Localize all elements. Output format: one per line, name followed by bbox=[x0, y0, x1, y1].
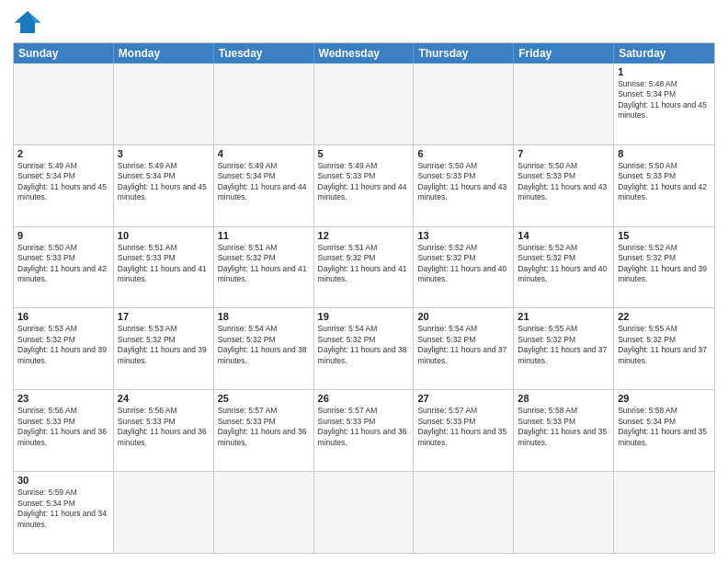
cell-info: Sunrise: 5:54 AM Sunset: 5:32 PM Dayligh… bbox=[318, 324, 410, 366]
logo-icon bbox=[13, 9, 42, 35]
cell-info: Sunrise: 5:52 AM Sunset: 5:32 PM Dayligh… bbox=[618, 243, 711, 285]
calendar-row-5: 30Sunrise: 5:59 AM Sunset: 5:34 PM Dayli… bbox=[14, 471, 714, 553]
day-cell-26: 26Sunrise: 5:57 AM Sunset: 5:33 PM Dayli… bbox=[314, 390, 415, 471]
cell-info: Sunrise: 5:55 AM Sunset: 5:32 PM Dayligh… bbox=[518, 324, 609, 366]
cell-info: Sunrise: 5:58 AM Sunset: 5:33 PM Dayligh… bbox=[518, 406, 609, 448]
day-number: 9 bbox=[17, 230, 109, 241]
cell-info: Sunrise: 5:52 AM Sunset: 5:32 PM Dayligh… bbox=[417, 243, 509, 285]
day-cell-25: 25Sunrise: 5:57 AM Sunset: 5:33 PM Dayli… bbox=[214, 390, 314, 471]
day-cell-29: 29Sunrise: 5:58 AM Sunset: 5:34 PM Dayli… bbox=[614, 390, 714, 471]
day-number: 25 bbox=[218, 393, 310, 404]
empty-cell bbox=[414, 63, 514, 144]
header-day-tuesday: Tuesday bbox=[214, 43, 314, 63]
calendar-body: 1Sunrise: 5:48 AM Sunset: 5:34 PM Daylig… bbox=[14, 63, 714, 553]
day-number: 14 bbox=[518, 230, 609, 241]
day-number: 21 bbox=[518, 311, 609, 322]
cell-info: Sunrise: 5:57 AM Sunset: 5:33 PM Dayligh… bbox=[417, 406, 509, 448]
day-number: 23 bbox=[17, 393, 109, 404]
day-number: 10 bbox=[118, 230, 210, 241]
cell-info: Sunrise: 5:57 AM Sunset: 5:33 PM Dayligh… bbox=[218, 406, 310, 448]
cell-info: Sunrise: 5:50 AM Sunset: 5:33 PM Dayligh… bbox=[518, 161, 609, 203]
day-number: 28 bbox=[518, 393, 609, 404]
calendar-row-3: 16Sunrise: 5:53 AM Sunset: 5:32 PM Dayli… bbox=[14, 307, 714, 389]
day-number: 3 bbox=[118, 148, 210, 159]
day-cell-5: 5Sunrise: 5:49 AM Sunset: 5:33 PM Daylig… bbox=[314, 145, 415, 226]
day-cell-27: 27Sunrise: 5:57 AM Sunset: 5:33 PM Dayli… bbox=[414, 390, 514, 471]
cell-info: Sunrise: 5:49 AM Sunset: 5:34 PM Dayligh… bbox=[17, 161, 109, 203]
cell-info: Sunrise: 5:51 AM Sunset: 5:32 PM Dayligh… bbox=[218, 243, 310, 285]
day-cell-18: 18Sunrise: 5:54 AM Sunset: 5:32 PM Dayli… bbox=[214, 308, 314, 389]
empty-cell bbox=[514, 63, 614, 144]
day-cell-20: 20Sunrise: 5:54 AM Sunset: 5:32 PM Dayli… bbox=[414, 308, 514, 389]
empty-cell bbox=[14, 63, 114, 144]
day-number: 8 bbox=[618, 148, 711, 159]
calendar-row-1: 2Sunrise: 5:49 AM Sunset: 5:34 PM Daylig… bbox=[14, 144, 714, 226]
cell-info: Sunrise: 5:49 AM Sunset: 5:34 PM Dayligh… bbox=[118, 161, 210, 203]
day-cell-1: 1Sunrise: 5:48 AM Sunset: 5:34 PM Daylig… bbox=[614, 63, 714, 144]
day-number: 20 bbox=[417, 311, 509, 322]
day-cell-28: 28Sunrise: 5:58 AM Sunset: 5:33 PM Dayli… bbox=[514, 390, 614, 471]
day-cell-2: 2Sunrise: 5:49 AM Sunset: 5:34 PM Daylig… bbox=[14, 145, 114, 226]
calendar-row-0: 1Sunrise: 5:48 AM Sunset: 5:34 PM Daylig… bbox=[14, 63, 714, 144]
cell-info: Sunrise: 5:58 AM Sunset: 5:34 PM Dayligh… bbox=[618, 406, 711, 448]
empty-cell bbox=[614, 472, 714, 553]
day-number: 22 bbox=[618, 311, 711, 322]
day-cell-3: 3Sunrise: 5:49 AM Sunset: 5:34 PM Daylig… bbox=[114, 145, 214, 226]
day-cell-24: 24Sunrise: 5:56 AM Sunset: 5:33 PM Dayli… bbox=[114, 390, 214, 471]
day-cell-13: 13Sunrise: 5:52 AM Sunset: 5:32 PM Dayli… bbox=[414, 227, 514, 308]
logo bbox=[13, 9, 46, 35]
cell-info: Sunrise: 5:53 AM Sunset: 5:32 PM Dayligh… bbox=[17, 324, 109, 366]
day-number: 18 bbox=[218, 311, 310, 322]
cell-info: Sunrise: 5:52 AM Sunset: 5:32 PM Dayligh… bbox=[518, 243, 609, 285]
day-number: 7 bbox=[518, 148, 609, 159]
day-number: 11 bbox=[218, 230, 310, 241]
cell-info: Sunrise: 5:59 AM Sunset: 5:34 PM Dayligh… bbox=[17, 488, 109, 530]
day-cell-11: 11Sunrise: 5:51 AM Sunset: 5:32 PM Dayli… bbox=[214, 227, 314, 308]
calendar-header: SundayMondayTuesdayWednesdayThursdayFrid… bbox=[14, 43, 714, 63]
day-cell-16: 16Sunrise: 5:53 AM Sunset: 5:32 PM Dayli… bbox=[14, 308, 114, 389]
day-cell-15: 15Sunrise: 5:52 AM Sunset: 5:32 PM Dayli… bbox=[614, 227, 714, 308]
cell-info: Sunrise: 5:57 AM Sunset: 5:33 PM Dayligh… bbox=[318, 406, 410, 448]
day-cell-21: 21Sunrise: 5:55 AM Sunset: 5:32 PM Dayli… bbox=[514, 308, 614, 389]
day-number: 12 bbox=[318, 230, 410, 241]
day-cell-8: 8Sunrise: 5:50 AM Sunset: 5:33 PM Daylig… bbox=[614, 145, 714, 226]
day-number: 15 bbox=[618, 230, 711, 241]
day-cell-6: 6Sunrise: 5:50 AM Sunset: 5:33 PM Daylig… bbox=[414, 145, 514, 226]
day-number: 30 bbox=[17, 475, 109, 486]
calendar-row-4: 23Sunrise: 5:56 AM Sunset: 5:33 PM Dayli… bbox=[14, 389, 714, 471]
day-cell-14: 14Sunrise: 5:52 AM Sunset: 5:32 PM Dayli… bbox=[514, 227, 614, 308]
cell-info: Sunrise: 5:54 AM Sunset: 5:32 PM Dayligh… bbox=[218, 324, 310, 366]
day-number: 19 bbox=[318, 311, 410, 322]
day-cell-12: 12Sunrise: 5:51 AM Sunset: 5:32 PM Dayli… bbox=[314, 227, 415, 308]
day-cell-4: 4Sunrise: 5:49 AM Sunset: 5:34 PM Daylig… bbox=[214, 145, 314, 226]
empty-cell bbox=[414, 472, 514, 553]
day-number: 17 bbox=[118, 311, 210, 322]
calendar: SundayMondayTuesdayWednesdayThursdayFrid… bbox=[13, 42, 715, 554]
cell-info: Sunrise: 5:50 AM Sunset: 5:33 PM Dayligh… bbox=[618, 161, 711, 203]
header-day-wednesday: Wednesday bbox=[314, 43, 415, 63]
header-day-friday: Friday bbox=[514, 43, 614, 63]
calendar-row-2: 9Sunrise: 5:50 AM Sunset: 5:33 PM Daylig… bbox=[14, 226, 714, 308]
day-cell-30: 30Sunrise: 5:59 AM Sunset: 5:34 PM Dayli… bbox=[14, 472, 114, 553]
day-number: 16 bbox=[17, 311, 109, 322]
day-number: 27 bbox=[417, 393, 509, 404]
day-number: 2 bbox=[17, 148, 109, 159]
header bbox=[13, 9, 715, 35]
empty-cell bbox=[214, 63, 314, 144]
cell-info: Sunrise: 5:51 AM Sunset: 5:33 PM Dayligh… bbox=[118, 243, 210, 285]
empty-cell bbox=[314, 472, 415, 553]
header-day-thursday: Thursday bbox=[414, 43, 514, 63]
day-cell-23: 23Sunrise: 5:56 AM Sunset: 5:33 PM Dayli… bbox=[14, 390, 114, 471]
cell-info: Sunrise: 5:50 AM Sunset: 5:33 PM Dayligh… bbox=[17, 243, 109, 285]
header-day-sunday: Sunday bbox=[14, 43, 114, 63]
day-number: 13 bbox=[417, 230, 509, 241]
empty-cell bbox=[214, 472, 314, 553]
cell-info: Sunrise: 5:51 AM Sunset: 5:32 PM Dayligh… bbox=[318, 243, 410, 285]
header-day-saturday: Saturday bbox=[614, 43, 714, 63]
day-cell-9: 9Sunrise: 5:50 AM Sunset: 5:33 PM Daylig… bbox=[14, 227, 114, 308]
cell-info: Sunrise: 5:53 AM Sunset: 5:32 PM Dayligh… bbox=[118, 324, 210, 366]
empty-cell bbox=[114, 472, 214, 553]
day-number: 6 bbox=[417, 148, 509, 159]
cell-info: Sunrise: 5:56 AM Sunset: 5:33 PM Dayligh… bbox=[17, 406, 109, 448]
cell-info: Sunrise: 5:55 AM Sunset: 5:32 PM Dayligh… bbox=[618, 324, 711, 366]
